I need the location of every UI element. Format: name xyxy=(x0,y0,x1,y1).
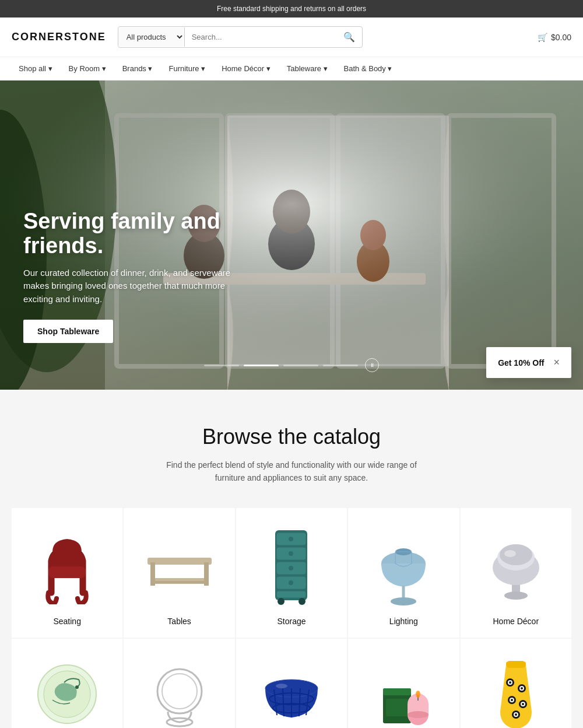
nav-link-home-decor[interactable]: Home Décor ▾ xyxy=(215,57,278,80)
product-image-candle xyxy=(368,656,438,728)
svg-rect-17 xyxy=(147,558,212,565)
nav-link-by-room[interactable]: By Room ▾ xyxy=(62,57,113,80)
product-card-glass[interactable] xyxy=(124,639,234,728)
discount-popup: Get 10% Off × xyxy=(486,347,571,378)
product-image-vase xyxy=(481,656,551,728)
hero-cta-button[interactable]: Shop Tableware xyxy=(23,320,113,343)
svg-rect-16 xyxy=(48,566,86,578)
category-label-tables: Tables xyxy=(167,617,191,626)
nav-link-bath-body[interactable]: Bath & Body ▾ xyxy=(337,57,399,80)
product-card-candle[interactable] xyxy=(348,639,459,728)
nav-link-furniture[interactable]: Furniture ▾ xyxy=(161,57,212,80)
hero-content: Serving family and friends. Our curated … xyxy=(23,209,292,343)
svg-point-83 xyxy=(511,699,513,701)
pause-icon: ⏸ xyxy=(370,362,375,368)
search-category-select[interactable]: All products Seating Tables Storage Ligh… xyxy=(118,27,185,47)
nav-link-tableware[interactable]: Tableware ▾ xyxy=(280,57,335,80)
search-button[interactable]: 🔍 xyxy=(336,27,362,47)
category-card-tables[interactable]: Tables xyxy=(124,508,234,638)
product-card-vase[interactable] xyxy=(461,639,571,728)
plate-icon xyxy=(35,659,99,728)
svg-point-28 xyxy=(289,537,293,541)
nav-item-bath-body[interactable]: Bath & Body ▾ xyxy=(337,57,399,80)
category-grid: Seating Tables xyxy=(12,508,571,638)
svg-rect-63 xyxy=(386,699,408,716)
svg-point-69 xyxy=(416,691,420,698)
category-card-storage[interactable]: Storage xyxy=(236,508,347,638)
nav-item-furniture[interactable]: Furniture ▾ xyxy=(161,57,212,80)
search-icon: 🔍 xyxy=(343,32,355,42)
svg-point-33 xyxy=(298,598,305,605)
nav-item-brands[interactable]: Brands ▾ xyxy=(115,57,160,80)
logo[interactable]: CORNERSTONE xyxy=(12,31,106,43)
carousel-dot-1[interactable] xyxy=(204,365,239,366)
main-nav: Shop all ▾ By Room ▾ Brands ▾ Furniture … xyxy=(0,57,583,80)
svg-point-81 xyxy=(509,681,511,684)
home-decor-icon xyxy=(481,526,551,607)
lighting-icon xyxy=(368,526,438,607)
category-label-storage: Storage xyxy=(277,617,305,626)
cart-icon: 🛒 xyxy=(538,33,547,42)
svg-point-29 xyxy=(289,551,293,556)
catalog-title: Browse the catalog xyxy=(12,425,571,449)
cart-total: $0.00 xyxy=(551,33,571,42)
basket-icon xyxy=(259,665,324,723)
svg-point-31 xyxy=(289,580,293,585)
svg-point-36 xyxy=(391,597,416,606)
svg-point-44 xyxy=(504,550,516,557)
carousel-dot-2[interactable] xyxy=(244,365,279,366)
svg-point-32 xyxy=(278,598,285,605)
category-label-lighting: Lighting xyxy=(389,617,418,626)
nav-item-shop-all[interactable]: Shop all ▾ xyxy=(12,57,59,80)
carousel-dot-4[interactable] xyxy=(323,365,358,366)
svg-point-51 xyxy=(169,682,178,688)
candle-icon xyxy=(374,659,433,728)
category-label-home-decor: Home Décor xyxy=(493,617,539,626)
cart-button[interactable]: 🛒 $0.00 xyxy=(538,33,571,42)
product-image-plate xyxy=(32,656,102,728)
product-image-glass xyxy=(145,656,215,728)
carousel-dots: ⏸ xyxy=(204,358,379,372)
product-card-basket[interactable] xyxy=(236,639,347,728)
svg-rect-70 xyxy=(506,661,526,668)
seating-icon xyxy=(32,528,102,604)
carousel-pause-button[interactable]: ⏸ xyxy=(365,358,379,372)
nav-item-tableware[interactable]: Tableware ▾ xyxy=(280,57,335,80)
nav-item-home-decor[interactable]: Home Décor ▾ xyxy=(215,57,278,80)
svg-point-43 xyxy=(504,592,528,600)
product-card-plate[interactable] xyxy=(12,639,122,728)
svg-rect-27 xyxy=(276,591,306,598)
nav-link-shop-all[interactable]: Shop all ▾ xyxy=(12,57,59,80)
category-card-seating[interactable]: Seating xyxy=(12,508,122,638)
svg-point-49 xyxy=(162,674,197,709)
product-row xyxy=(12,639,571,728)
catalog-section: Browse the catalog Find the perfect blen… xyxy=(0,390,583,728)
category-card-lighting[interactable]: Lighting xyxy=(348,508,459,638)
category-card-home-decor[interactable]: Home Décor xyxy=(461,508,571,638)
nav-link-brands[interactable]: Brands ▾ xyxy=(115,57,160,80)
carousel-dot-3[interactable] xyxy=(283,365,318,366)
hero-subtitle: Our curated collection of dinner, drink,… xyxy=(23,267,257,306)
category-label-seating: Seating xyxy=(53,617,80,626)
vase-icon xyxy=(490,656,542,728)
tables-icon xyxy=(139,528,220,604)
category-image-storage xyxy=(251,526,332,607)
svg-point-85 xyxy=(515,713,517,716)
svg-point-67 xyxy=(408,711,429,718)
svg-point-30 xyxy=(289,566,293,570)
header: CORNERSTONE All products Seating Tables … xyxy=(0,18,583,57)
category-image-seating xyxy=(26,526,108,607)
product-image-basket xyxy=(257,656,326,728)
svg-point-84 xyxy=(522,703,524,705)
hero-banner: Serving family and friends. Our curated … xyxy=(0,80,583,390)
catalog-subtitle: Find the perfect blend of style and func… xyxy=(163,459,420,485)
nav-item-by-room[interactable]: By Room ▾ xyxy=(62,57,113,80)
discount-label: Get 10% Off xyxy=(498,358,544,368)
svg-point-82 xyxy=(521,687,523,690)
storage-icon xyxy=(257,526,326,607)
announcement-text: Free standard shipping and returns on al… xyxy=(217,5,366,13)
svg-point-47 xyxy=(75,685,79,689)
popup-close-button[interactable]: × xyxy=(553,356,560,369)
svg-rect-62 xyxy=(383,688,411,695)
search-input[interactable] xyxy=(185,28,336,46)
